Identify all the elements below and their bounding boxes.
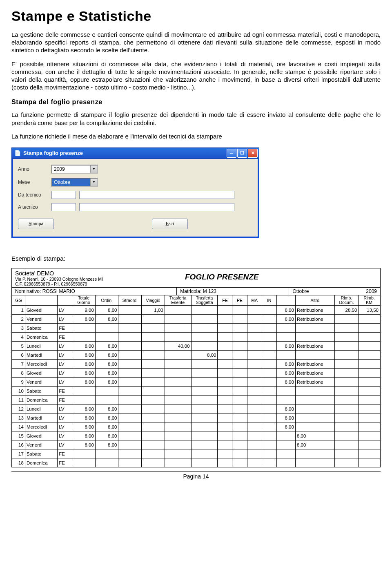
cell-pe <box>232 440 247 449</box>
col-header: GG <box>12 295 25 306</box>
table-row: 15GiovediLV8,008,008,00 <box>12 431 380 440</box>
cell-d: Giovedi <box>25 369 57 378</box>
cell-pe <box>232 431 247 440</box>
cell-tg: 8,00 <box>72 315 96 324</box>
cell-ma <box>247 458 262 467</box>
mese-label: Mese <box>18 179 51 185</box>
cell-ord <box>95 458 118 467</box>
close-button[interactable]: ✕ <box>248 149 258 158</box>
cell-rk <box>359 360 380 369</box>
cell-fe <box>218 404 232 413</box>
cell-tg: 8,00 <box>72 431 96 440</box>
cell-rk <box>359 396 380 404</box>
cell-via <box>142 387 165 396</box>
cell-te <box>165 413 191 422</box>
cell-av: 8,00 <box>276 342 295 351</box>
cell-fe <box>218 342 232 351</box>
cell-rk <box>359 342 380 351</box>
cell-fe <box>218 378 232 387</box>
cell-fe <box>218 431 232 440</box>
cell-str <box>118 431 142 440</box>
cell-rk <box>359 413 380 422</box>
cell-in <box>262 396 276 404</box>
cell-c: FE <box>58 396 72 404</box>
cell-rd <box>334 431 359 440</box>
cell-rk <box>359 315 380 324</box>
cell-in <box>262 369 276 378</box>
society-fisc: C.F. 02966550879 - P.I. 02966550879 <box>15 282 144 286</box>
section-para-1: La funzione permette di stampare il fogl… <box>11 111 381 126</box>
cell-te <box>165 306 191 315</box>
col-header: Rimb.Docum. <box>334 295 359 306</box>
cell-pe <box>232 333 247 342</box>
cell-te <box>165 422 191 431</box>
cell-tg: 8,00 <box>72 351 96 360</box>
cell-d: Sabato <box>25 449 57 458</box>
cell-rd <box>334 449 359 458</box>
mese-select[interactable]: Ottobre ▼ <box>51 178 98 187</box>
cell-av: 8,00 <box>276 422 295 431</box>
anno-label: Anno <box>18 166 51 172</box>
cell-al <box>295 333 334 342</box>
table-row: 5LunediLV8,008,0040,008,00Retribuzione <box>12 342 380 351</box>
col-header: Viaggio <box>142 295 165 306</box>
col-header <box>25 295 57 306</box>
da-tecnico-desc[interactable] <box>79 191 234 199</box>
page-title: Stampe e Statistiche <box>11 8 381 24</box>
a-tecnico-desc[interactable] <box>79 203 234 211</box>
chevron-down-icon: ▼ <box>90 165 97 173</box>
cell-ts <box>191 324 218 333</box>
table-row: 16VenerdiLV8,008,008,00 <box>12 440 380 449</box>
cell-rk <box>359 458 380 467</box>
cell-rk <box>359 378 380 387</box>
cell-c: FE <box>58 387 72 396</box>
cell-c: LV <box>58 306 72 315</box>
cell-ord: 8,00 <box>95 422 118 431</box>
cell-av <box>276 351 295 360</box>
cell-c: FE <box>58 333 72 342</box>
cell-str <box>118 369 142 378</box>
esci-button[interactable]: Esci <box>152 219 188 229</box>
table-row: 11DomenicaFE <box>12 396 380 404</box>
table-row: 12LunediLV8,008,008,00 <box>12 404 380 413</box>
cell-via <box>142 351 165 360</box>
maximize-button[interactable]: ☐ <box>237 149 247 158</box>
cell-str <box>118 387 142 396</box>
cell-str <box>118 449 142 458</box>
cell-rk <box>359 369 380 378</box>
cell-d: Lunedi <box>25 342 57 351</box>
society-address: Via P. Nenni, 10 - 20093 Cologno Monzese… <box>15 277 144 282</box>
table-row: 17SabatoFE <box>12 449 380 458</box>
col-header: Ordin. <box>95 295 118 306</box>
cell-d: Domenica <box>25 458 57 467</box>
cell-al: Retribuzione <box>295 378 334 387</box>
table-row: 8GiovediLV8,008,008,00Retribuzione <box>12 369 380 378</box>
cell-str <box>118 315 142 324</box>
cell-ma <box>247 431 262 440</box>
cell-pe <box>232 413 247 422</box>
cell-tg: 8,00 <box>72 360 96 369</box>
cell-d: Martedi <box>25 351 57 360</box>
cell-via <box>142 378 165 387</box>
cell-al: Retribuzione <box>295 342 334 351</box>
cell-rd <box>334 315 359 324</box>
anno-select[interactable]: 2009 ▼ <box>51 165 98 174</box>
table-row: 9VenerdiLV8,008,008,00Retribuzione <box>12 378 380 387</box>
cell-in <box>262 449 276 458</box>
cell-tg: 8,00 <box>72 413 96 422</box>
cell-rk <box>359 387 380 396</box>
cell-av: 8,00 <box>276 413 295 422</box>
section-para-2: La funzione richiede il mese da elaborar… <box>11 132 381 140</box>
col-header: TotaleGiorno <box>72 295 96 306</box>
cell-ord <box>95 387 118 396</box>
print-dialog: 📄 Stampa foglio presenze ─ ☐ ✕ Anno 2009… <box>11 147 259 238</box>
cell-d: Mercoledi <box>25 360 57 369</box>
da-tecnico-code[interactable] <box>51 191 76 199</box>
anno-value: 2009 <box>52 165 90 173</box>
cell-fe <box>218 458 232 467</box>
cell-av <box>276 387 295 396</box>
a-tecnico-code[interactable] <box>51 203 76 211</box>
minimize-button[interactable]: ─ <box>227 149 236 158</box>
stampa-button[interactable]: Stampa <box>18 219 54 229</box>
cell-tg: 8,00 <box>72 422 96 431</box>
